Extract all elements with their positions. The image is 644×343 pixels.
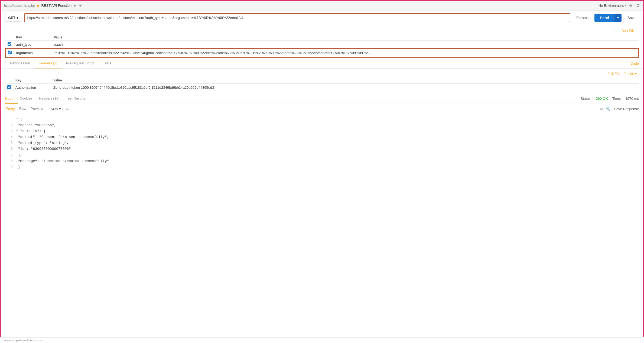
environment-selector[interactable]: No Environment ▾ [599, 4, 626, 8]
collapse-arrow[interactable]: ▾ [16, 117, 20, 121]
collapse-arrow[interactable]: ▾ [16, 129, 20, 133]
method-selector[interactable]: GET ▾ [5, 14, 21, 22]
footer: www.simpleitsolution​pdx.com [0, 337, 644, 343]
wrap-icon[interactable]: ≡ [66, 107, 69, 111]
params-button[interactable]: Params [573, 14, 592, 21]
json-line: 9 } [5, 164, 639, 170]
tab-dot-status [74, 5, 76, 7]
json-content: "output_type": "string", [18, 141, 69, 145]
json-content: } [18, 165, 20, 169]
params-table: Key Value auth_type oauth arguments %7B%… [5, 34, 639, 57]
gear-icon[interactable]: ⚙ [636, 3, 640, 8]
top-right-controls: No Environment ▾ 👁 ⚙ [599, 3, 640, 8]
json-line: 7 }, [5, 152, 639, 158]
json-content: }, [18, 153, 22, 157]
params-row: arguments %7B%0D%0A%09%22emailAddress%22… [5, 49, 639, 57]
send-button[interactable]: Send [594, 14, 614, 22]
line-number: 4 [5, 134, 13, 140]
headers-row: Authorization Zoho-oauthtoken 1000.86074… [5, 84, 639, 92]
headers-bulk-row: ··· Bulk Edit Presets ▾ [5, 70, 639, 77]
line-number: 3 [5, 128, 13, 134]
save-response-button[interactable]: Save Response [614, 107, 639, 111]
json-line: 4 "output": "Consent form sent successfu… [5, 134, 639, 140]
params-more-icon[interactable]: ··· [614, 28, 617, 33]
json-line: 8 "message": "function executed successf… [5, 158, 639, 164]
tab-tests[interactable]: Tests [99, 58, 115, 68]
json-content: "details": { [20, 129, 46, 133]
json-line: 1▾ { [5, 116, 639, 122]
params-bulk-edit-button[interactable]: Bulk Edit [620, 28, 637, 34]
json-label: JSON [49, 107, 58, 111]
line-number: 7 [5, 153, 13, 158]
params-col-key: Key [14, 34, 52, 41]
params-col-check [5, 34, 14, 41]
new-tab-button[interactable]: + [78, 3, 83, 8]
fmt-tab-pretty[interactable]: Pretty [5, 105, 15, 112]
params-row: auth_type oauth [5, 41, 639, 49]
line-number: 9 [5, 164, 13, 170]
headers-row-checkbox[interactable] [7, 85, 11, 89]
search-icon[interactable]: 🔍 [606, 107, 611, 111]
tab-headers[interactable]: Headers (1) [34, 58, 62, 68]
time-label: Time: [612, 97, 621, 101]
headers-presets-button[interactable]: Presets ▾ [623, 72, 637, 76]
headers-bulk-edit-button[interactable]: Bulk Edit [607, 72, 620, 76]
format-bar: Pretty Raw Preview JSON ▾ ≡ ⧉ 🔍 Save Res… [1, 104, 643, 114]
response-tabs-bar: Body Cookies Headers (18) Test Results S… [1, 94, 643, 104]
tab-pre-request-script[interactable]: Pre-request Script [62, 58, 99, 68]
tab-name[interactable]: REST API Function [41, 4, 71, 8]
params-row-checkbox-cell [5, 41, 14, 49]
presets-chevron-icon: ▾ [635, 72, 637, 76]
params-row-key: auth_type [14, 41, 52, 49]
tab-url: https://accounts.zphp [4, 4, 35, 8]
headers-row-checkbox-cell [5, 84, 13, 92]
fmt-tab-raw[interactable]: Raw [19, 105, 27, 112]
json-line: 5 "output_type": "string", [5, 140, 639, 146]
resp-tab-body[interactable]: Body [5, 94, 18, 104]
chevron-down-icon: ▾ [625, 4, 626, 7]
save-button[interactable]: Save [624, 14, 639, 21]
environment-label: No Environment [599, 4, 624, 8]
params-row-checkbox[interactable] [8, 51, 12, 54]
params-col-value: Value [52, 34, 639, 41]
method-label: GET [8, 16, 15, 20]
footer-text: www.simpleitsolution​pdx.com [4, 339, 43, 342]
params-section: ··· Bulk Edit Key Value auth_type oauth … [1, 25, 643, 57]
method-chevron-icon: ▾ [17, 16, 18, 20]
headers-row-value: Zoho-oauthtoken 1000.8607494449c8bc1e392… [51, 84, 639, 92]
status-value: 200 OK [596, 97, 608, 101]
fmt-tab-preview[interactable]: Preview [30, 105, 44, 112]
json-line: 2 "code": "success", [5, 122, 639, 128]
headers-col-check [5, 77, 13, 84]
copy-icon[interactable]: ⧉ [600, 107, 603, 111]
json-content: "output": "Consent form sent successfull… [18, 135, 109, 139]
headers-table: Key Value Authorization Zoho-oauthtoken … [5, 77, 639, 91]
params-row-checkbox-cell [5, 49, 14, 57]
line-number: 1 [5, 117, 13, 122]
params-row-checkbox[interactable] [8, 42, 11, 46]
url-input[interactable]: https://crm.zoho.com/crm/v2/functions/su… [24, 13, 571, 22]
send-dropdown-button[interactable]: ▾ [614, 14, 622, 22]
tab-authorization[interactable]: Authorization [5, 58, 34, 68]
resp-tab-headers[interactable]: Headers (18) [39, 94, 64, 104]
headers-more-icon[interactable]: ··· [599, 71, 602, 76]
code-button[interactable]: Code [630, 59, 639, 68]
tab-dot-orange [37, 5, 39, 7]
json-content: "code": "success", [18, 123, 56, 127]
top-bar: https://accounts.zphp REST API Function … [1, 1, 643, 11]
headers-col-value: Value [51, 77, 639, 84]
json-format-selector[interactable]: JSON ▾ [47, 106, 63, 112]
json-line: 6 "id": "63095000000077006" [5, 146, 639, 152]
line-number: 6 [5, 146, 13, 152]
line-number: 2 [5, 123, 13, 128]
json-chevron-icon: ▾ [59, 107, 61, 111]
headers-row-key: Authorization [13, 84, 51, 92]
params-row-key: arguments [14, 49, 52, 57]
url-bar: GET ▾ https://crm.zoho.com/crm/v2/functi… [1, 11, 643, 25]
eye-icon[interactable]: 👁 [629, 3, 633, 8]
format-right-controls: ⧉ 🔍 Save Response [600, 107, 639, 111]
resp-tab-test-results[interactable]: Test Results [66, 94, 89, 104]
status-label: Status: [581, 97, 591, 101]
tab-more-button[interactable]: ··· [85, 4, 88, 8]
resp-tab-cookies[interactable]: Cookies [20, 94, 37, 104]
